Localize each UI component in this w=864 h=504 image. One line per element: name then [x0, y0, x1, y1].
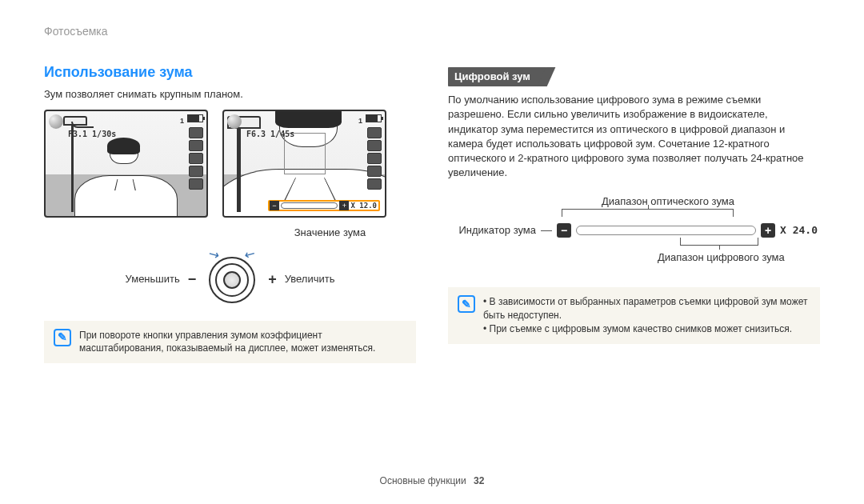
indicator-track [576, 226, 756, 235]
zoom-indicator-diagram: Диапазон оптического зума Индикатор зума… [448, 194, 820, 274]
plus-icon: + [268, 270, 277, 290]
lamp-arm-graphic [71, 122, 94, 128]
body-text: По умолчанию использование цифрового зум… [448, 93, 820, 180]
indicator-value: X 24.0 [780, 223, 818, 238]
intro-text: Зум позволяет снимать крупным планом. [44, 87, 416, 102]
note-item: В зависимости от выбранных параметров съ… [483, 295, 810, 322]
status-icons [367, 127, 382, 190]
plus-icon: + [761, 223, 775, 238]
info-icon: ✎ [54, 329, 71, 346]
zoom-dial: ↘ ↙ [204, 252, 260, 308]
exposure-readout: F6.3 1/45s [246, 129, 294, 140]
status-icon [189, 127, 203, 138]
indicator-label: Индикатор зума [448, 223, 536, 238]
zoom-in-icon: + [339, 201, 349, 210]
increase-label: Увеличить [285, 272, 335, 286]
zoom-dial-group: Уменьшить − ↘ ↙ + Увеличить [44, 252, 416, 308]
note-list: В зависимости от выбранных параметров съ… [483, 295, 810, 335]
decrease-label: Уменьшить [126, 272, 180, 286]
note-text: При повороте кнопки управления зумом коэ… [79, 329, 406, 356]
lamppost-graphic [237, 118, 241, 212]
leader-line [541, 230, 552, 231]
note-box: ✎ При повороте кнопки управления зумом к… [44, 321, 416, 364]
left-column: Использование зума Зум позволяет снимать… [44, 40, 416, 363]
status-icon [367, 178, 382, 190]
zoom-value-label: Значение зума [294, 226, 366, 240]
camera-screen-1: F3.1 1/30s 1 [44, 110, 208, 218]
shot-count: 1 [358, 116, 362, 126]
mode-icon [49, 114, 63, 129]
bracket-bottom [680, 238, 758, 246]
mode-icon [227, 114, 242, 129]
camera-screenshots: F3.1 1/30s 1 F [44, 110, 416, 218]
bracket-top [562, 209, 734, 217]
status-icon [189, 178, 203, 190]
note-box: ✎ В зависимости от выбранных параметров … [448, 287, 820, 343]
subsection-title: Цифровой зум [448, 67, 546, 86]
page-number: 32 [474, 475, 484, 486]
status-icon [367, 127, 382, 138]
note-item: При съемке с цифровым зумом качество сни… [483, 322, 810, 336]
digital-range-label: Диапазон цифрового зума [658, 250, 785, 265]
status-icon [189, 140, 203, 151]
zoom-value: X 12.0 [349, 201, 378, 211]
battery-icon [366, 114, 382, 122]
info-icon: ✎ [458, 295, 475, 313]
minus-icon: − [188, 270, 197, 290]
status-icon [189, 153, 203, 164]
battery-icon [187, 114, 203, 122]
zoom-track [281, 202, 338, 209]
status-icons [189, 127, 203, 190]
right-column: Цифровой зум По умолчанию использование … [448, 40, 820, 363]
status-icon [367, 166, 382, 177]
callout-line [352, 216, 353, 218]
minus-icon: − [557, 223, 571, 238]
footer-section: Основные функции [380, 475, 466, 486]
breadcrumb: Фотосъемка [44, 24, 108, 40]
person-graphic [74, 134, 178, 216]
shot-count: 1 [180, 116, 184, 126]
status-icon [367, 153, 382, 164]
page-footer: Основные функции 32 [0, 474, 864, 488]
exposure-readout: F3.1 1/30s [68, 129, 116, 140]
optical-range-label: Диапазон оптического зума [602, 194, 734, 209]
section-title: Использование зума [44, 62, 416, 82]
status-icon [367, 140, 382, 151]
zoom-out-icon: − [270, 201, 279, 210]
camera-screen-2: F6.3 1/45s 1 − + X 12.0 [222, 110, 386, 218]
status-icon [189, 166, 203, 177]
zoom-bar: − + X 12.0 [268, 200, 380, 211]
